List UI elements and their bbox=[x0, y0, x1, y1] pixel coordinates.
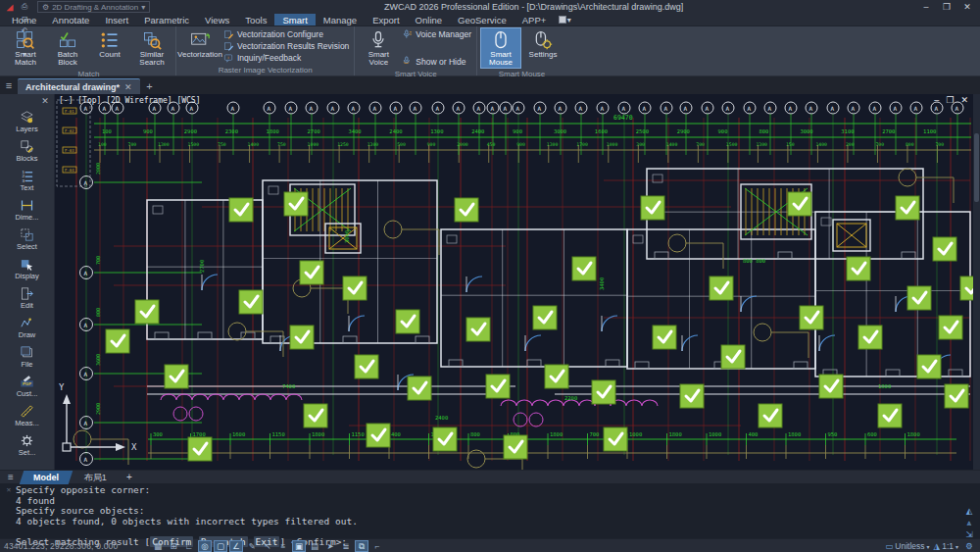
svg-text:A: A bbox=[84, 270, 88, 276]
command-line-panel[interactable]: ✕ Specify opposite corner:4 foundSpecify… bbox=[0, 483, 980, 538]
dynamic-input-icon[interactable]: ✎ bbox=[245, 540, 259, 552]
vertical-scrollbar[interactable] bbox=[973, 94, 980, 470]
close-button[interactable]: ✕ bbox=[958, 1, 976, 13]
new-tab-button[interactable]: + bbox=[140, 78, 160, 94]
command-line: 4 found bbox=[16, 496, 978, 507]
svg-text:100: 100 bbox=[98, 142, 107, 147]
svg-text:800: 800 bbox=[470, 431, 480, 437]
grid-icon[interactable]: ▦ bbox=[151, 540, 165, 552]
units-dropdown[interactable]: ▭ Unitless▾ bbox=[885, 541, 929, 551]
transparency-icon[interactable]: ≡ bbox=[276, 540, 290, 552]
doc-minimize-icon[interactable]: – bbox=[934, 95, 939, 105]
isolate-icon[interactable]: ≣ bbox=[339, 540, 353, 552]
doc-restore-icon[interactable]: ❐ bbox=[946, 95, 954, 105]
ribbon-tab-export[interactable]: Export bbox=[365, 14, 407, 25]
annotation-visibility-icon[interactable]: ◭ bbox=[962, 505, 976, 517]
ribbon-button-similar-search[interactable]: SimilarSearch bbox=[131, 27, 172, 69]
workspace-gear-icon: ⚙ bbox=[42, 3, 49, 12]
sidebar-item-blocks[interactable]: Blocks bbox=[0, 136, 54, 166]
maximize-button[interactable]: ❐ bbox=[938, 1, 956, 13]
ribbon-tab-app[interactable]: APP+ bbox=[514, 14, 555, 25]
svg-text:150: 150 bbox=[786, 142, 795, 147]
menu-extra-dropdown[interactable]: ▾ bbox=[554, 14, 575, 25]
polar-tracking-icon[interactable]: ◎ bbox=[198, 540, 212, 552]
layout-tab-model[interactable]: Model bbox=[20, 471, 74, 484]
annotation-monitor-icon[interactable]: ▤ bbox=[308, 540, 321, 552]
layout-tab-1[interactable]: 布局1 bbox=[71, 471, 122, 484]
ribbon-tab-insert[interactable]: Insert bbox=[97, 14, 136, 25]
object-snap-tracking-icon[interactable]: ∠ bbox=[229, 540, 243, 552]
quick-properties-icon[interactable]: ➤ bbox=[323, 540, 337, 552]
object-snap-icon[interactable]: ▢ bbox=[214, 540, 227, 552]
ribbon-button-batch-block[interactable]: BatchBlock bbox=[47, 27, 88, 69]
svg-text:A: A bbox=[538, 105, 542, 112]
tab-menu-icon[interactable]: ≡ bbox=[0, 76, 18, 94]
lineweight-icon[interactable]: ↖ bbox=[261, 540, 274, 552]
sidebar-item-select[interactable]: Select bbox=[0, 225, 54, 254]
document-tab[interactable]: Architectural drawing* ✕ bbox=[18, 78, 140, 94]
doc-close-icon[interactable]: ✕ bbox=[960, 95, 968, 105]
ribbon-button-voice-manager[interactable]: Voice Manager bbox=[400, 28, 473, 40]
ribbon-button-smart-mouse[interactable]: SmartMouse bbox=[480, 27, 521, 69]
smart-match-icon bbox=[16, 30, 35, 50]
ribbon-tab-views[interactable]: Views bbox=[197, 14, 237, 25]
ribbon-button-count[interactable]: Count bbox=[89, 27, 130, 69]
ribbon-tab-manage[interactable]: Manage bbox=[316, 14, 365, 25]
ribbon-button-show-or-hide[interactable]: Show or Hide bbox=[400, 56, 473, 68]
command-close-icon[interactable]: ✕ bbox=[2, 485, 16, 538]
add-layout-button[interactable]: + bbox=[121, 472, 138, 482]
ribbon-button-vectorization[interactable]: Vectorization bbox=[179, 27, 220, 65]
button-label: Vectorization bbox=[177, 51, 222, 59]
svg-text:900: 900 bbox=[427, 142, 436, 147]
ribbon-tab-geoservice[interactable]: GeoService bbox=[450, 14, 514, 25]
ribbon-button-vectorization-configure[interactable]: Vectorization Configure bbox=[221, 28, 351, 40]
viewport-controls[interactable]: [-] [Top] [2D Wireframe] [WCS] bbox=[59, 96, 201, 105]
similar-search-icon bbox=[142, 30, 162, 50]
svg-text:950: 950 bbox=[828, 431, 838, 437]
workspace-icon[interactable]: ⧉ bbox=[355, 540, 368, 552]
ortho-icon[interactable]: ∟ bbox=[182, 540, 196, 552]
layout-menu-icon[interactable]: ≡ bbox=[0, 472, 22, 482]
sidebar-item-edit[interactable]: Edit bbox=[0, 283, 54, 313]
ribbon-button-smart-voice[interactable]: SmartVoice bbox=[358, 27, 399, 69]
sidebar-item-draw[interactable]: Draw bbox=[0, 313, 54, 342]
selection-cycling-icon[interactable]: ▣ bbox=[292, 540, 306, 552]
ribbon-button-settings[interactable]: Settings bbox=[522, 27, 564, 69]
sidebar-item-file[interactable]: File bbox=[0, 342, 54, 372]
architectural-drawing: F-01F-02F-03F-04694701009002900230018002… bbox=[55, 94, 973, 470]
ribbon-button-vectorization-results-revision[interactable]: Vectorization Results Revision bbox=[221, 40, 351, 52]
annotation-scale-dropdown[interactable]: ◮ 1:1▾ bbox=[934, 541, 958, 551]
sidebar-item-layers[interactable]: Layers bbox=[0, 107, 54, 136]
sidebar-item-set[interactable]: Set... bbox=[0, 430, 54, 460]
sidebar-item-dime[interactable]: Dime... bbox=[0, 195, 54, 225]
minimize-button[interactable]: – bbox=[917, 1, 935, 13]
settings-gear-icon[interactable]: ⚙ bbox=[962, 540, 976, 552]
auto-scale-icon[interactable]: ⩓ bbox=[962, 517, 976, 528]
ribbon-tab-home[interactable]: Home bbox=[4, 14, 44, 25]
svg-text:A: A bbox=[436, 105, 440, 112]
ribbon-button-inquiry-feedback[interactable]: iInquiry/Feedback bbox=[221, 52, 351, 64]
workspace-switcher[interactable]: ⚙ 2D Drafting & Annotation ▾ bbox=[37, 1, 150, 13]
ribbon-tab-parametric[interactable]: Parametric bbox=[136, 14, 197, 25]
tab-close-icon[interactable]: ✕ bbox=[124, 82, 132, 92]
switch-workspace-icon[interactable]: ⇲ bbox=[962, 528, 976, 540]
sidebar-close-button[interactable]: ✕ bbox=[36, 94, 54, 107]
ribbon-button-smart-match[interactable]: SmartMatch bbox=[5, 27, 46, 69]
sidebar-item-cust[interactable]: PGPCust... bbox=[0, 372, 54, 401]
vectorization-results-icon bbox=[223, 41, 234, 52]
sidebar-item-display[interactable]: Display bbox=[0, 254, 54, 283]
ribbon-tab-annotate[interactable]: Annotate bbox=[44, 14, 97, 25]
sidebar-item-text[interactable]: 123Text bbox=[0, 166, 54, 195]
join-icon[interactable]: ⌐ bbox=[370, 540, 384, 552]
snap-icon[interactable]: ⊞ bbox=[167, 540, 180, 552]
scrollbar-thumb[interactable] bbox=[974, 133, 979, 202]
sidebar-item-meas[interactable]: Meas... bbox=[0, 401, 54, 430]
ribbon-tab-tools[interactable]: Tools bbox=[237, 14, 274, 25]
ribbon-tab-online[interactable]: Online bbox=[408, 14, 450, 25]
svg-text:A: A bbox=[504, 105, 508, 112]
pgp-icon: PGP bbox=[20, 375, 34, 389]
svg-text:600: 600 bbox=[867, 431, 877, 437]
print-button[interactable]: ⎙ bbox=[19, 1, 30, 13]
ribbon-tab-smart[interactable]: Smart bbox=[274, 14, 315, 25]
drawing-canvas[interactable]: F-01F-02F-03F-04694701009002900230018002… bbox=[55, 94, 980, 470]
